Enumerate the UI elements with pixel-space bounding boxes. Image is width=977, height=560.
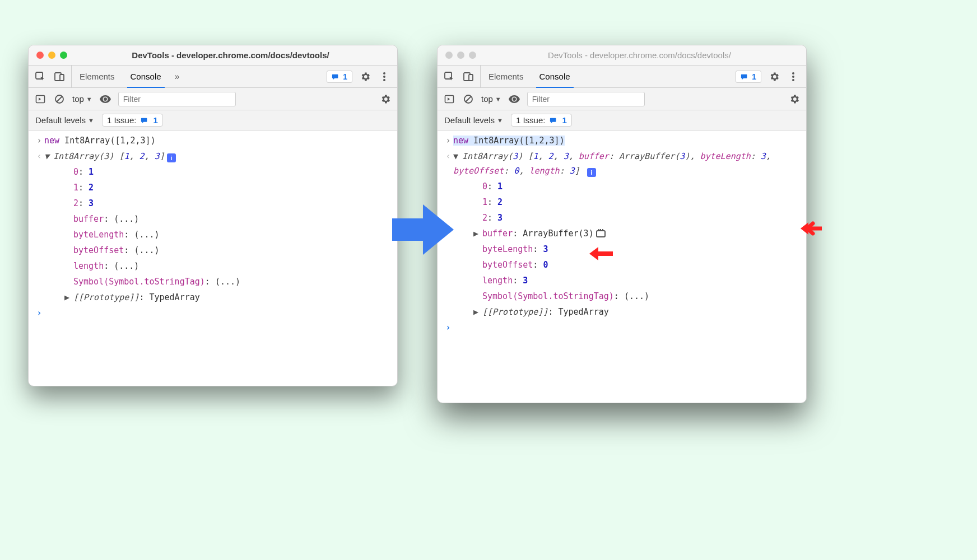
svg-point-13 bbox=[792, 79, 794, 81]
zoom-icon[interactable] bbox=[60, 52, 67, 59]
context-selector[interactable]: top ▼ bbox=[72, 94, 92, 104]
transition-arrow-icon bbox=[392, 202, 454, 258]
tabs-overflow[interactable]: » bbox=[169, 66, 185, 87]
main-tabs: Elements Console » 1 bbox=[29, 66, 397, 88]
log-levels[interactable]: Default levels ▼ bbox=[444, 115, 503, 125]
property-row[interactable]: Symbol(Symbol.toStringTag): (...) bbox=[453, 289, 801, 304]
close-icon[interactable] bbox=[445, 52, 453, 59]
more-menu-icon[interactable] bbox=[787, 71, 799, 83]
close-icon[interactable] bbox=[36, 52, 44, 59]
window-title: DevTools - developer.chrome.com/docs/dev… bbox=[72, 50, 389, 60]
device-toolbar-icon[interactable] bbox=[462, 71, 474, 83]
console-toolbar: top ▼ bbox=[438, 88, 806, 110]
log-levels[interactable]: Default levels ▼ bbox=[35, 115, 94, 125]
console-input-line: new Int8Array([1,2,3]) bbox=[453, 133, 801, 148]
issues-badge[interactable]: 1 bbox=[736, 71, 761, 83]
svg-rect-2 bbox=[60, 74, 64, 81]
buffer-row[interactable]: ▶buffer: ArrayBuffer(3) bbox=[453, 226, 801, 241]
live-expression-icon[interactable] bbox=[99, 93, 111, 105]
property-row[interactable]: 0: 1 bbox=[44, 165, 392, 179]
disclosure-open-icon[interactable]: ▼ bbox=[453, 149, 460, 164]
main-tabs: Elements Console 1 bbox=[438, 66, 806, 88]
minimize-icon[interactable] bbox=[457, 52, 464, 59]
disclosure-open-icon[interactable]: ▼ bbox=[44, 149, 51, 164]
console-filter-bar: Default levels ▼ 1 Issue: 1 bbox=[438, 110, 806, 130]
property-row[interactable]: byteLength: 3 bbox=[453, 242, 801, 256]
prototype-row[interactable]: ▶[[Prototype]]: TypedArray bbox=[44, 290, 392, 305]
settings-icon[interactable] bbox=[768, 71, 780, 83]
property-row[interactable]: 2: 3 bbox=[44, 196, 392, 211]
window-title: DevTools - developer.chrome.com/docs/dev… bbox=[481, 50, 798, 60]
minimize-icon[interactable] bbox=[48, 52, 55, 59]
settings-icon[interactable] bbox=[359, 71, 371, 83]
issues-badge[interactable]: 1 bbox=[327, 71, 352, 83]
output-marker-icon: ‹ bbox=[443, 149, 453, 164]
disclosure-closed-icon[interactable]: ▶ bbox=[64, 290, 71, 305]
inspect-element-icon[interactable] bbox=[34, 71, 46, 83]
console-output[interactable]: › new Int8Array([1,2,3]) ‹ ▼Int8Array(3)… bbox=[438, 130, 806, 335]
clear-console-icon[interactable] bbox=[462, 93, 474, 105]
property-row[interactable]: 1: 2 bbox=[44, 180, 392, 195]
svg-point-11 bbox=[792, 72, 794, 74]
annotation-arrow-icon bbox=[799, 220, 822, 237]
inspect-element-icon[interactable] bbox=[443, 71, 455, 83]
svg-point-3 bbox=[383, 72, 385, 74]
device-toolbar-icon[interactable] bbox=[53, 71, 66, 83]
property-row[interactable]: 1: 2 bbox=[453, 195, 801, 209]
prompt-icon[interactable]: › bbox=[443, 320, 453, 335]
console-settings-icon[interactable] bbox=[788, 93, 801, 105]
filter-input[interactable] bbox=[527, 92, 645, 106]
svg-rect-10 bbox=[469, 74, 473, 81]
devtools-window-after: DevTools - developer.chrome.com/docs/dev… bbox=[437, 45, 807, 403]
disclosure-closed-icon[interactable]: ▶ bbox=[473, 226, 480, 241]
input-marker-icon: › bbox=[34, 133, 44, 148]
property-row[interactable]: length: (...) bbox=[44, 259, 392, 273]
output-marker-icon: ‹ bbox=[34, 149, 44, 164]
tab-elements[interactable]: Elements bbox=[481, 66, 532, 87]
property-row[interactable]: length: 3 bbox=[453, 273, 801, 288]
console-sidebar-toggle-icon[interactable] bbox=[34, 93, 46, 105]
console-output[interactable]: › new Int8Array([1,2,3]) ‹ ▼Int8Array(3)… bbox=[29, 130, 397, 321]
filter-input[interactable] bbox=[118, 92, 236, 106]
issues-link[interactable]: 1 Issue: 1 bbox=[511, 114, 572, 127]
more-menu-icon[interactable] bbox=[378, 71, 390, 83]
tab-console[interactable]: Console bbox=[532, 66, 578, 87]
prompt-icon[interactable]: › bbox=[34, 306, 44, 320]
devtools-window-before: DevTools - developer.chrome.com/docs/dev… bbox=[28, 45, 398, 386]
property-row[interactable]: 2: 3 bbox=[453, 211, 801, 225]
svg-point-4 bbox=[383, 76, 385, 78]
console-filter-bar: Default levels ▼ 1 Issue: 1 bbox=[29, 110, 397, 130]
svg-point-5 bbox=[383, 79, 385, 81]
titlebar[interactable]: DevTools - developer.chrome.com/docs/dev… bbox=[29, 45, 397, 66]
live-expression-icon[interactable] bbox=[508, 93, 520, 105]
info-icon[interactable]: i bbox=[587, 168, 596, 177]
property-row[interactable]: 0: 1 bbox=[453, 179, 801, 194]
zoom-icon[interactable] bbox=[469, 52, 476, 59]
console-settings-icon[interactable] bbox=[379, 93, 392, 105]
memory-icon[interactable] bbox=[596, 230, 606, 237]
property-row[interactable]: byteLength: (...) bbox=[44, 227, 392, 242]
object-preview[interactable]: ▼Int8Array(3) [1, 2, 3]i bbox=[44, 149, 392, 164]
issues-count: 1 bbox=[343, 72, 347, 81]
object-preview[interactable]: ▼Int8Array(3) [1, 2, 3, buffer: ArrayBuf… bbox=[453, 149, 801, 178]
console-toolbar: top ▼ bbox=[29, 88, 397, 110]
console-input-line: new Int8Array([1,2,3]) bbox=[44, 133, 392, 148]
annotation-arrow-icon bbox=[588, 245, 613, 262]
property-row[interactable]: byteOffset: (...) bbox=[44, 243, 392, 258]
tab-elements[interactable]: Elements bbox=[72, 66, 123, 87]
input-marker-icon: › bbox=[443, 133, 453, 148]
info-icon[interactable]: i bbox=[167, 153, 176, 162]
issues-link[interactable]: 1 Issue: 1 bbox=[102, 114, 163, 127]
property-row[interactable]: buffer: (...) bbox=[44, 212, 392, 226]
titlebar[interactable]: DevTools - developer.chrome.com/docs/dev… bbox=[438, 45, 806, 66]
prototype-row[interactable]: ▶[[Prototype]]: TypedArray bbox=[453, 305, 801, 319]
console-sidebar-toggle-icon[interactable] bbox=[443, 93, 455, 105]
clear-console-icon[interactable] bbox=[53, 93, 66, 105]
context-selector[interactable]: top ▼ bbox=[481, 94, 501, 104]
property-row[interactable]: Symbol(Symbol.toStringTag): (...) bbox=[44, 274, 392, 289]
svg-point-12 bbox=[792, 76, 794, 78]
disclosure-closed-icon[interactable]: ▶ bbox=[473, 305, 480, 319]
tab-console[interactable]: Console bbox=[123, 66, 169, 87]
property-row[interactable]: byteOffset: 0 bbox=[453, 258, 801, 272]
